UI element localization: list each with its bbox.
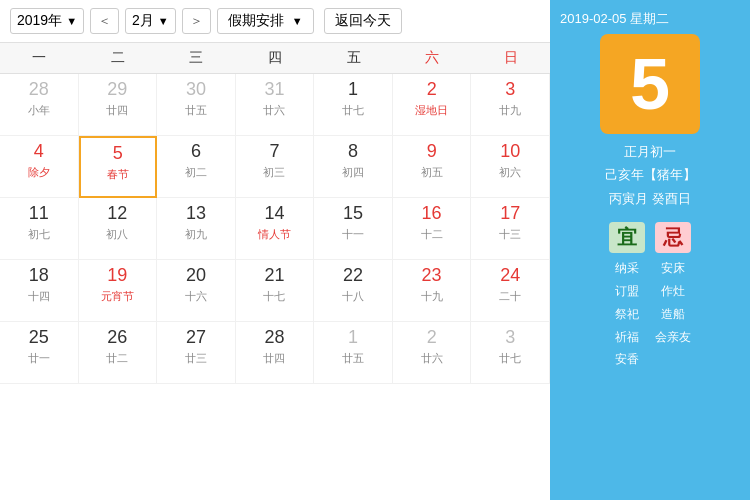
day-number: 7 — [269, 141, 279, 163]
yi-item: 祭祀 — [609, 303, 645, 326]
return-today-button[interactable]: 返回今天 — [324, 8, 402, 34]
day-cell[interactable]: 9初五 — [393, 136, 472, 198]
day-number: 20 — [186, 265, 206, 287]
yi-item: 祈福 — [609, 326, 645, 349]
yi-title: 宜 — [609, 222, 645, 253]
day-number: 23 — [422, 265, 442, 287]
day-lunar: 廿三 — [185, 351, 207, 365]
day-number: 12 — [107, 203, 127, 225]
weekday-mon: 一 — [0, 43, 79, 73]
day-lunar: 廿四 — [106, 103, 128, 117]
day-cell[interactable]: 17十三 — [471, 198, 550, 260]
day-lunar: 十六 — [185, 289, 207, 303]
weekday-fri: 五 — [314, 43, 393, 73]
day-lunar: 情人节 — [258, 227, 291, 241]
year-label: 2019年 — [17, 12, 62, 30]
day-lunar: 十四 — [28, 289, 50, 303]
day-cell[interactable]: 8初四 — [314, 136, 393, 198]
month-label: 2月 — [132, 12, 154, 30]
day-lunar: 廿一 — [28, 351, 50, 365]
day-number: 26 — [107, 327, 127, 349]
day-number: 24 — [500, 265, 520, 287]
lunar-info-line1: 正月初一 — [605, 140, 696, 163]
day-lunar: 廿五 — [342, 351, 364, 365]
day-cell[interactable]: 30廿五 — [157, 74, 236, 136]
side-date-header: 2019-02-05 星期二 — [560, 10, 669, 28]
weekday-sun: 日 — [471, 43, 550, 73]
lunar-info: 正月初一 己亥年【猪年】 丙寅月 癸酉日 — [605, 140, 696, 210]
day-number: 31 — [264, 79, 284, 101]
day-lunar: 廿二 — [106, 351, 128, 365]
day-cell[interactable]: 22十八 — [314, 260, 393, 322]
weekday-tue: 二 — [79, 43, 158, 73]
day-cell[interactable]: 1廿七 — [314, 74, 393, 136]
day-cell[interactable]: 13初九 — [157, 198, 236, 260]
day-cell[interactable]: 3廿七 — [471, 322, 550, 384]
day-lunar: 湿地日 — [415, 103, 448, 117]
day-cell[interactable]: 21十七 — [236, 260, 315, 322]
yi-items: 纳采订盟祭祀祈福安香 — [609, 257, 645, 371]
day-cell[interactable]: 26廿二 — [79, 322, 158, 384]
today-big-num: 5 — [630, 48, 670, 120]
day-cell[interactable]: 19元宵节 — [79, 260, 158, 322]
day-cell[interactable]: 20十六 — [157, 260, 236, 322]
day-number: 18 — [29, 265, 49, 287]
day-lunar: 初八 — [106, 227, 128, 241]
day-lunar: 十二 — [421, 227, 443, 241]
year-select[interactable]: 2019年 ▼ — [10, 8, 84, 34]
day-lunar: 十九 — [421, 289, 443, 303]
yi-item: 安香 — [609, 348, 645, 371]
day-lunar: 十一 — [342, 227, 364, 241]
day-cell[interactable]: 10初六 — [471, 136, 550, 198]
day-lunar: 十八 — [342, 289, 364, 303]
holiday-dropdown-icon: ▼ — [292, 15, 303, 27]
day-cell[interactable]: 5春节 — [79, 136, 158, 198]
day-number: 2 — [427, 327, 437, 349]
day-cell[interactable]: 4除夕 — [0, 136, 79, 198]
yi-item: 订盟 — [609, 280, 645, 303]
day-number: 30 — [186, 79, 206, 101]
day-lunar: 十三 — [499, 227, 521, 241]
day-cell[interactable]: 12初八 — [79, 198, 158, 260]
day-cell[interactable]: 7初三 — [236, 136, 315, 198]
day-cell[interactable]: 11初七 — [0, 198, 79, 260]
day-number: 11 — [29, 203, 49, 225]
day-cell[interactable]: 28小年 — [0, 74, 79, 136]
yi-ji-section: 宜 纳采订盟祭祀祈福安香 忌 安床作灶造船会亲友 — [609, 222, 691, 371]
day-cell[interactable]: 14情人节 — [236, 198, 315, 260]
day-number: 14 — [264, 203, 284, 225]
day-cell[interactable]: 28廿四 — [236, 322, 315, 384]
day-lunar: 廿七 — [342, 103, 364, 117]
day-lunar: 除夕 — [28, 165, 50, 179]
day-cell[interactable]: 6初二 — [157, 136, 236, 198]
next-month-button[interactable]: ＞ — [182, 8, 211, 34]
day-number: 3 — [505, 327, 515, 349]
day-cell[interactable]: 2廿六 — [393, 322, 472, 384]
month-select[interactable]: 2月 ▼ — [125, 8, 176, 34]
day-cell[interactable]: 27廿三 — [157, 322, 236, 384]
day-lunar: 廿六 — [421, 351, 443, 365]
day-cell[interactable]: 18十四 — [0, 260, 79, 322]
day-cell[interactable]: 23十九 — [393, 260, 472, 322]
day-number: 16 — [422, 203, 442, 225]
day-cell[interactable]: 15十一 — [314, 198, 393, 260]
year-dropdown-icon: ▼ — [66, 15, 77, 27]
day-number: 1 — [348, 79, 358, 101]
day-cell[interactable]: 2湿地日 — [393, 74, 472, 136]
day-cell[interactable]: 1廿五 — [314, 322, 393, 384]
day-cell[interactable]: 16十二 — [393, 198, 472, 260]
prev-month-button[interactable]: ＜ — [90, 8, 119, 34]
day-lunar: 初五 — [421, 165, 443, 179]
day-number: 28 — [264, 327, 284, 349]
holiday-label: 假期安排 — [228, 12, 284, 28]
day-cell[interactable]: 25廿一 — [0, 322, 79, 384]
day-lunar: 廿七 — [499, 351, 521, 365]
day-cell[interactable]: 29廿四 — [79, 74, 158, 136]
day-cell[interactable]: 31廿六 — [236, 74, 315, 136]
day-number: 9 — [427, 141, 437, 163]
day-cell[interactable]: 3廿九 — [471, 74, 550, 136]
holiday-select[interactable]: 假期安排 ▼ — [217, 8, 314, 34]
day-lunar: 二十 — [499, 289, 521, 303]
day-cell[interactable]: 24二十 — [471, 260, 550, 322]
day-lunar: 初七 — [28, 227, 50, 241]
